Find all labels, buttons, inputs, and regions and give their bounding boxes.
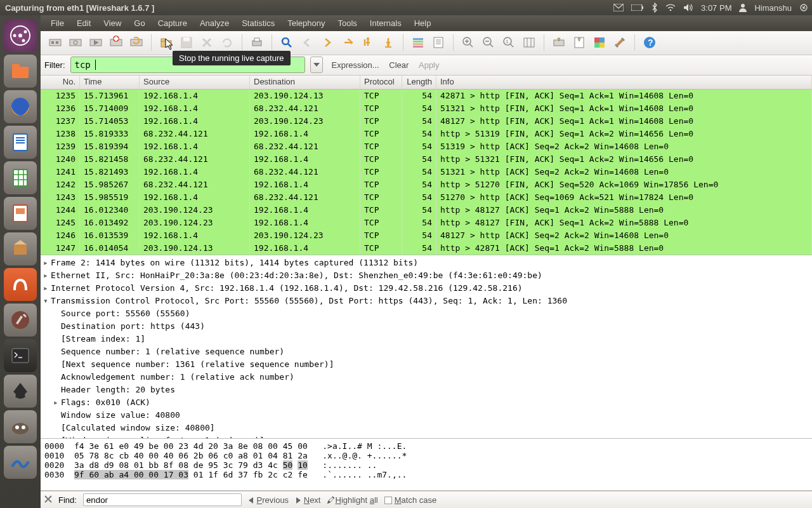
menu-internals[interactable]: Internals [363, 18, 408, 28]
table-row[interactable]: 124015.82145868.232.44.121192.168.1.4TCP… [41, 153, 812, 166]
mail-icon[interactable] [613, 4, 624, 11]
tree-row[interactable]: ▸Flags: 0x010 (ACK) [43, 396, 809, 409]
ubuntu-one-icon[interactable] [4, 268, 37, 301]
table-row[interactable]: 123615.714009192.168.1.468.232.44.121TCP… [41, 102, 812, 115]
power-icon[interactable] [799, 3, 808, 12]
table-row[interactable]: 124416.012340203.190.124.23192.168.1.4TC… [41, 204, 812, 217]
zoom-fit-icon[interactable]: 1 [501, 34, 517, 51]
menu-analyze[interactable]: Analyze [193, 18, 235, 28]
wifi-icon[interactable] [665, 3, 676, 12]
stop-icon[interactable] [108, 34, 124, 51]
print-icon[interactable] [249, 34, 265, 51]
menu-tools[interactable]: Tools [331, 18, 363, 28]
table-row[interactable]: 123515.713961192.168.1.4203.190.124.13TC… [41, 90, 812, 102]
find-next[interactable]: Next [295, 495, 320, 505]
battery-icon[interactable] [631, 4, 644, 11]
table-row[interactable]: 123715.714053192.168.1.4203.190.124.23TC… [41, 115, 812, 128]
reload-icon[interactable] [219, 34, 235, 51]
forward-icon[interactable] [319, 34, 336, 51]
clear-button[interactable]: Clear [389, 60, 409, 70]
tree-row[interactable]: ▸Internet Protocol Version 4, Src: 192.1… [43, 282, 809, 295]
impress-icon[interactable] [4, 197, 37, 230]
find-matchcase[interactable]: Match case [384, 495, 437, 505]
tree-row[interactable]: [Calculated window size: 40800] [43, 422, 809, 434]
autoscroll-icon[interactable] [430, 34, 447, 51]
hex-row[interactable]: 0020 3a d8 d9 08 01 bb 8f 08 de 95 3c 79… [44, 460, 808, 470]
display-filters-icon[interactable] [571, 34, 587, 51]
software-icon[interactable] [4, 232, 37, 265]
tree-row[interactable]: Source port: 55560 (55560) [43, 307, 809, 320]
goto-first-icon[interactable] [360, 34, 376, 51]
col-time[interactable]: Time [80, 76, 140, 89]
close-icon[interactable] [199, 34, 215, 51]
restart-icon[interactable] [128, 34, 145, 51]
tree-row[interactable]: Acknowledgement number: 1 (relative ack … [43, 371, 809, 384]
tree-row[interactable]: ▸Frame 2: 1414 bytes on wire (11312 bits… [43, 257, 809, 269]
tree-row[interactable]: [Next sequence number: 1361 (relative se… [43, 358, 809, 371]
find-input[interactable] [83, 493, 242, 506]
firefox-icon[interactable] [4, 90, 37, 123]
tree-row[interactable]: Destination port: https (443) [43, 320, 809, 333]
hex-row[interactable]: 0030 9f 60 ab a4 00 00 17 03 01 1f 6d 37… [44, 470, 808, 479]
table-row[interactable]: 124315.985519192.168.1.468.232.44.121TCP… [41, 191, 812, 204]
terminal-icon[interactable] [4, 339, 37, 372]
capture-filters-icon[interactable] [551, 34, 567, 51]
tree-row[interactable]: Sequence number: 1 (relative sequence nu… [43, 345, 809, 358]
menu-file[interactable]: File [44, 18, 70, 28]
jump-icon[interactable] [339, 34, 356, 51]
packet-details[interactable]: ▸Frame 2: 1414 bytes on wire (11312 bits… [41, 255, 812, 439]
zoom-in-icon[interactable] [460, 34, 476, 51]
coloring-rules-icon[interactable] [591, 34, 608, 51]
wireshark-tile-icon[interactable] [4, 446, 37, 479]
col-info[interactable]: Info [436, 76, 812, 89]
prefs-icon[interactable] [612, 34, 628, 51]
find-prev[interactable]: Previous [248, 495, 289, 505]
tree-row[interactable]: ▸Ethernet II, Src: HonHaiPr_20:3a:8e (00… [43, 269, 809, 282]
goto-last-icon[interactable] [380, 34, 396, 51]
dash-icon[interactable] [4, 19, 37, 52]
table-row[interactable]: 123915.819394192.168.1.468.232.44.121TCP… [41, 140, 812, 153]
col-protocol[interactable]: Protocol [360, 76, 402, 89]
files-icon[interactable] [4, 55, 37, 88]
menu-go[interactable]: Go [128, 18, 151, 28]
menu-capture[interactable]: Capture [152, 18, 193, 28]
col-destination[interactable]: Destination [250, 76, 360, 89]
expression-button[interactable]: Expression... [332, 60, 379, 70]
menu-edit[interactable]: Edit [70, 18, 97, 28]
writer-icon[interactable] [4, 126, 37, 159]
interfaces-icon[interactable] [47, 34, 63, 51]
packet-bytes[interactable]: 0000 f4 3e 61 e0 49 be 00 23 4d 20 3a 8e… [41, 439, 812, 491]
inkscape-icon[interactable] [4, 375, 37, 408]
find-icon[interactable] [278, 34, 295, 51]
find-highlight[interactable]: 🖍Highlight all [327, 495, 377, 505]
col-source[interactable]: Source [140, 76, 250, 89]
sound-icon[interactable] [683, 3, 693, 12]
menu-statistics[interactable]: Statistics [235, 18, 281, 28]
start-icon[interactable] [88, 34, 104, 51]
tree-row[interactable]: Window size value: 40800 [43, 409, 809, 422]
help-icon[interactable]: ? [641, 34, 658, 51]
back-icon[interactable] [299, 34, 315, 51]
tree-row[interactable]: Header length: 20 bytes [43, 384, 809, 396]
save-icon[interactable] [178, 34, 195, 51]
table-row[interactable]: 124716.014054203.190.124.13192.168.1.4TC… [41, 242, 812, 255]
col-no[interactable]: No. [41, 76, 80, 89]
menu-telephony[interactable]: Telephony [281, 18, 331, 28]
find-close-icon[interactable] [44, 495, 52, 505]
filter-dropdown-icon[interactable] [310, 57, 323, 73]
open-icon[interactable] [158, 34, 174, 51]
user-name[interactable]: Himanshu [754, 3, 792, 13]
table-row[interactable]: 123815.81933368.232.44.121192.168.1.4TCP… [41, 128, 812, 140]
bluetooth-icon[interactable] [652, 3, 658, 13]
user-icon[interactable] [739, 3, 747, 12]
settings-icon[interactable] [4, 304, 37, 337]
menu-view[interactable]: View [97, 18, 128, 28]
colorize-icon[interactable] [410, 34, 426, 51]
col-length[interactable]: Length [402, 76, 436, 89]
hex-row[interactable]: 0010 05 78 8c cb 40 00 40 06 2b 06 c0 a8… [44, 451, 808, 460]
options-icon[interactable] [67, 34, 84, 51]
resize-cols-icon[interactable] [521, 34, 537, 51]
apply-button[interactable]: Apply [419, 60, 440, 70]
hex-row[interactable]: 0000 f4 3e 61 e0 49 be 00 23 4d 20 3a 8e… [44, 441, 808, 451]
gimp-icon[interactable] [4, 410, 37, 443]
